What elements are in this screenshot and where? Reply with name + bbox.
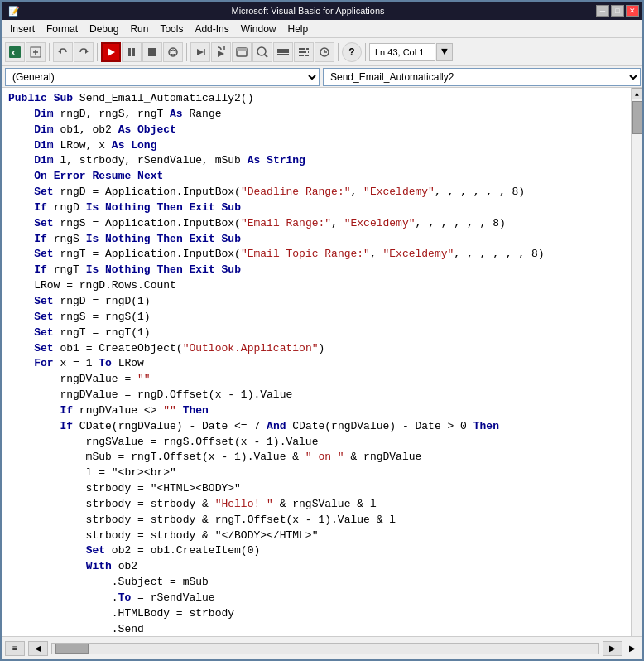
position-dropdown[interactable]: ▼	[436, 43, 453, 61]
object-browser-button[interactable]	[252, 42, 272, 62]
view-excel-button[interactable]: X	[5, 42, 25, 62]
toolbar: X	[2, 38, 642, 66]
app-icon: 📝	[5, 6, 20, 17]
title-bar-controls: ─ □ ✕	[596, 5, 639, 17]
menu-item-format[interactable]: Format	[41, 22, 83, 36]
menu-item-insert[interactable]: Insert	[5, 22, 40, 36]
break-button[interactable]	[122, 42, 142, 62]
toolbar-separator-2	[97, 43, 98, 61]
toolbar-separator-1	[49, 43, 50, 61]
menu-item-tools[interactable]: Tools	[155, 22, 188, 36]
code-line: rngDValue = rngD.Offset(x - 1).Value	[8, 388, 624, 403]
svg-marker-13	[197, 49, 204, 55]
undo-button[interactable]	[53, 42, 73, 62]
procedure-dropdown[interactable]: Send_Email_Automatically2	[323, 68, 641, 86]
svg-point-12	[171, 50, 175, 55]
code-line: If rngD Is Nothing Then Exit Sub	[8, 200, 624, 216]
scroll-up-button[interactable]: ▲	[632, 88, 643, 99]
svg-rect-10	[148, 48, 156, 56]
svg-rect-27	[306, 48, 309, 50]
project-explorer-button[interactable]	[273, 42, 293, 62]
svg-point-19	[257, 47, 266, 55]
menu-bar: Insert Format Debug Run Tools Add-Ins Wi…	[2, 20, 642, 38]
svg-rect-23	[277, 54, 289, 55]
insert-button[interactable]	[26, 42, 46, 62]
code-line: Dim LRow, x As Long	[8, 138, 624, 154]
code-line: Dim rngD, rngS, rngT As Range	[8, 107, 624, 123]
close-button[interactable]: ✕	[626, 5, 639, 17]
code-line: Set ob2 = ob1.CreateItem(0)	[8, 543, 624, 559]
reset-button[interactable]	[142, 42, 162, 62]
svg-line-20	[265, 55, 267, 57]
scope-dropdown[interactable]: (General)	[5, 68, 320, 86]
code-line: .To = rSendValue	[8, 591, 624, 606]
code-line: Set rngD = Application.InputBox("Deadlin…	[8, 185, 624, 200]
step-into-button[interactable]	[190, 42, 210, 62]
code-editor[interactable]: Public Sub Send_Email_Automatically2() D…	[2, 88, 631, 636]
svg-rect-21	[277, 49, 289, 51]
scroll-thumb[interactable]	[632, 101, 642, 134]
code-line: mSub = rngT.Offset(x - 1).Value & " on "…	[8, 450, 624, 466]
code-line: .Subject = mSub	[8, 575, 624, 591]
code-line: If rngT Is Nothing Then Exit Sub	[8, 263, 624, 278]
horizontal-scrollbar[interactable]	[51, 643, 599, 654]
svg-rect-24	[299, 48, 305, 50]
svg-rect-22	[277, 51, 289, 53]
userform-button[interactable]	[232, 42, 252, 62]
scroll-right-button[interactable]: ▶	[603, 641, 622, 656]
code-line: rngDValue = ""	[8, 372, 624, 388]
code-line: On Error Resume Next	[8, 169, 624, 185]
svg-text:X: X	[11, 50, 16, 58]
menu-item-debug[interactable]: Debug	[84, 22, 123, 36]
menu-item-window[interactable]: Window	[236, 22, 281, 36]
code-line: .Send	[8, 622, 624, 636]
code-line: Set rngS = rngS(1)	[8, 310, 624, 326]
svg-marker-15	[218, 51, 224, 57]
code-line: For x = 1 To LRow	[8, 356, 624, 372]
application-window: 📝 Microsoft Visual Basic for Application…	[0, 0, 644, 661]
menu-item-help[interactable]: Help	[282, 22, 313, 36]
redo-button[interactable]	[74, 42, 94, 62]
toolbar-separator-3	[186, 43, 187, 61]
svg-rect-29	[305, 55, 309, 56]
help-button[interactable]: ?	[342, 42, 362, 62]
toolbar-separator-4	[338, 43, 339, 61]
title-bar-text: Microsoft Visual Basic for Applications	[20, 6, 596, 16]
toolbar-separator-5	[365, 43, 366, 61]
code-line: l = "<br><br>"	[8, 466, 624, 481]
editor-area: Public Sub Send_Email_Automatically2() D…	[2, 88, 642, 636]
svg-marker-7	[108, 48, 115, 56]
title-bar: 📝 Microsoft Visual Basic for Application…	[2, 2, 642, 20]
minimize-button[interactable]: ─	[596, 5, 609, 17]
menu-item-run[interactable]: Run	[125, 22, 153, 36]
scroll-left-button[interactable]: ◀	[28, 641, 48, 656]
menu-item-addins[interactable]: Add-Ins	[190, 22, 233, 36]
svg-rect-18	[237, 48, 247, 51]
code-line: LRow = rngD.Rows.Count	[8, 278, 624, 294]
vertical-scrollbar[interactable]: ▲	[631, 88, 642, 636]
maximize-button[interactable]: □	[611, 5, 624, 17]
code-line: strbody = "<HTML><BODY>"	[8, 481, 624, 497]
code-line: Set rngS = Application.InputBox("Email R…	[8, 216, 624, 232]
code-line: Dim l, strbody, rSendValue, mSub As Stri…	[8, 153, 624, 169]
code-line: Public Sub Send_Email_Automatically2()	[8, 91, 624, 107]
code-line: Dim ob1, ob2 As Object	[8, 123, 624, 138]
svg-rect-28	[308, 51, 309, 53]
code-line: If rngS Is Nothing Then Exit Sub	[8, 232, 624, 248]
svg-rect-8	[128, 48, 131, 56]
status-arrow-right: ▶	[626, 644, 639, 653]
status-bar: ≡ ◀ ▶ ▶	[2, 636, 642, 659]
run-macro-button[interactable]	[101, 42, 121, 62]
view-toggle-button[interactable]: ≡	[5, 641, 25, 656]
cursor-position: Ln 43, Col 1	[369, 43, 435, 61]
svg-rect-25	[299, 51, 306, 53]
properties-button[interactable]	[294, 42, 314, 62]
svg-rect-9	[132, 48, 135, 56]
step-over-button[interactable]	[211, 42, 231, 62]
code-line: If rngDValue <> "" Then	[8, 403, 624, 419]
breakpoint-button[interactable]	[163, 42, 183, 62]
code-line: Set ob1 = CreateObject("Outlook.Applicat…	[8, 341, 624, 357]
watch-button[interactable]	[315, 42, 334, 62]
code-line: If CDate(rngDValue) - Date <= 7 And CDat…	[8, 419, 624, 435]
code-line: rngSValue = rngS.Offset(x - 1).Value	[8, 435, 624, 451]
